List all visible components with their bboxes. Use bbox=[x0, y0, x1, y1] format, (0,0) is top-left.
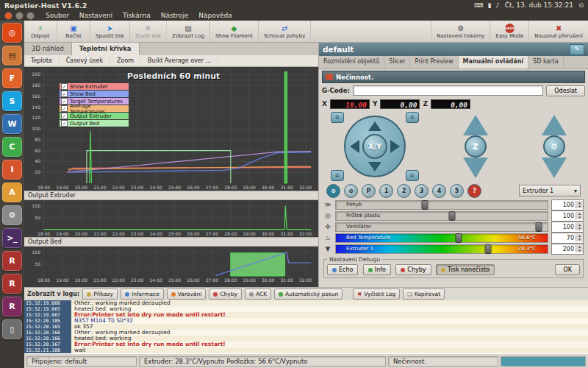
clock[interactable]: Čt, 13. dub 15:32:21 bbox=[505, 1, 573, 9]
log-filter-toggle[interactable]: Příkazy bbox=[82, 289, 118, 300]
legend-checkbox[interactable]: ✓ bbox=[61, 83, 68, 90]
extrude-button[interactable] bbox=[542, 158, 567, 178]
control-round-button[interactable]: ⊘ bbox=[344, 184, 358, 198]
slider-track[interactable]: Bed Temperature 56.6°C bbox=[335, 233, 548, 243]
slider-thumb[interactable] bbox=[421, 200, 428, 210]
graph-menu-item[interactable]: Teplota bbox=[24, 57, 60, 64]
launcher-icon[interactable]: W bbox=[2, 114, 22, 134]
toolbar-button[interactable]: ✖ Nouzové přerušení bbox=[528, 21, 588, 42]
close-button[interactable] bbox=[4, 12, 12, 20]
session-menu-icon[interactable]: ⊙ bbox=[578, 0, 584, 10]
launcher-icon[interactable]: R bbox=[2, 274, 22, 294]
slider-track[interactable]: Extruder 1 28.3°C bbox=[335, 244, 548, 254]
preview-tab[interactable]: Teplotní křivka bbox=[72, 43, 140, 55]
z-minus-button[interactable] bbox=[463, 158, 488, 178]
y-plus-button[interactable] bbox=[368, 121, 381, 131]
slider-thumb[interactable] bbox=[485, 244, 492, 254]
debug-toggle-button[interactable]: Chyby bbox=[395, 264, 431, 275]
x-minus-button[interactable] bbox=[350, 140, 359, 153]
launcher-icon[interactable]: C bbox=[2, 137, 22, 157]
control-round-button[interactable]: 5 bbox=[450, 184, 464, 198]
menu-item[interactable]: Nápověda bbox=[198, 12, 232, 19]
control-tab[interactable]: Slicer bbox=[384, 56, 410, 68]
control-round-button[interactable]: 3 bbox=[415, 184, 429, 198]
tray-icon[interactable]: ⌨ bbox=[474, 0, 483, 10]
spin-arrows[interactable]: ▴ ▾ bbox=[576, 245, 583, 252]
launcher-icon[interactable]: F bbox=[2, 68, 22, 88]
slider-track[interactable]: Průtok plastu bbox=[335, 211, 548, 221]
slider-spinbox[interactable]: 100 ▴ ▾ bbox=[551, 199, 584, 210]
log-filter-toggle[interactable]: Varování bbox=[167, 289, 207, 300]
spin-down-icon[interactable]: ▾ bbox=[576, 216, 583, 219]
retract-button[interactable] bbox=[542, 115, 567, 135]
legend-item[interactable]: ✓ Average Temperatures bbox=[60, 105, 129, 112]
spin-arrows[interactable]: ▴ ▾ bbox=[576, 223, 583, 230]
slider-spinbox[interactable]: 70 ▴ ▾ bbox=[551, 233, 584, 244]
launcher-icon[interactable]: I bbox=[2, 160, 22, 180]
toolbar-button[interactable]: ⚙ Nastavení tiskárny bbox=[431, 21, 490, 42]
debug-toggle-button[interactable]: Info bbox=[363, 264, 391, 275]
gcode-input[interactable] bbox=[353, 85, 543, 96]
control-tab[interactable]: SD karta bbox=[528, 56, 564, 68]
z-plus-button[interactable] bbox=[463, 115, 488, 135]
graph-menu-item[interactable]: Zoom bbox=[110, 57, 141, 64]
slider-spinbox[interactable]: 100 ▴ ▾ bbox=[551, 222, 584, 233]
launcher-icon[interactable]: ▤ bbox=[2, 46, 22, 66]
x-plus-button[interactable] bbox=[390, 140, 400, 153]
launcher-icon[interactable]: R bbox=[2, 251, 22, 271]
debug-toggle-button[interactable]: Tisk nanečisto bbox=[436, 264, 495, 275]
log-output[interactable]: 15:32:19.666 Other:: working marked deco… bbox=[24, 300, 588, 353]
log-filter-toggle[interactable]: Chyby bbox=[209, 289, 242, 300]
spin-down-icon[interactable]: ▾ bbox=[576, 238, 583, 241]
legend-checkbox[interactable]: ✓ bbox=[61, 98, 68, 105]
toolbar-button[interactable]: ✖ Zrušit tisk bbox=[130, 21, 167, 42]
home-x-button[interactable]: ⌂ bbox=[331, 112, 344, 123]
legend-checkbox[interactable]: ✓ bbox=[61, 113, 68, 119]
toolbar-button[interactable]: ▣ Načíst bbox=[57, 21, 90, 42]
log-action-button[interactable]: ✖ Vyčistit Log bbox=[353, 289, 400, 300]
legend-checkbox[interactable]: ✓ bbox=[61, 105, 68, 112]
send-gcode-button[interactable]: Odeslat bbox=[546, 85, 585, 96]
spin-arrows[interactable]: ▴ ▾ bbox=[576, 234, 583, 241]
launcher-icon[interactable]: >_ bbox=[2, 228, 22, 248]
spin-down-icon[interactable]: ▾ bbox=[576, 249, 583, 252]
legend-item[interactable]: ✓ Show Extruder bbox=[60, 83, 129, 90]
debug-toggle-button[interactable]: Echo bbox=[327, 264, 358, 275]
menu-item[interactable]: Nastavení bbox=[79, 12, 112, 19]
launcher-icon[interactable]: ⚙ bbox=[2, 205, 22, 225]
legend-item[interactable]: ✓ Show Bed bbox=[60, 91, 129, 97]
control-tab[interactable]: Print Preview bbox=[410, 56, 458, 68]
menu-item[interactable]: Soubor bbox=[46, 12, 69, 19]
minimize-button[interactable] bbox=[15, 12, 24, 20]
home-y-button[interactable]: ⌂ bbox=[406, 112, 419, 123]
control-round-button[interactable]: ? bbox=[467, 184, 481, 198]
debug-ok-button[interactable]: OK bbox=[555, 264, 580, 275]
log-action-button[interactable]: ❏ Kopírovat bbox=[403, 289, 445, 300]
menu-item[interactable]: Nástroje bbox=[161, 12, 189, 19]
control-round-button[interactable]: ⊙ bbox=[326, 184, 340, 198]
launcher-icon[interactable]: S bbox=[2, 91, 22, 111]
control-round-button[interactable]: 2 bbox=[397, 184, 411, 198]
slider-spinbox[interactable]: 200 ▴ ▾ bbox=[551, 244, 584, 255]
toolbar-button[interactable]: ⚡ Odpojit bbox=[24, 21, 57, 42]
spin-arrows[interactable]: ▴ ▾ bbox=[576, 212, 583, 219]
extruder-select[interactable]: Extruder 1 ▾ bbox=[519, 185, 581, 197]
control-round-button[interactable]: P bbox=[362, 184, 376, 198]
slider-thumb[interactable] bbox=[449, 211, 456, 221]
legend-item[interactable]: ✓ Output Bed bbox=[60, 120, 129, 127]
graph-menu-item[interactable]: Build Average over ... bbox=[141, 57, 218, 64]
control-round-button[interactable]: 4 bbox=[432, 184, 446, 198]
y-minus-button[interactable] bbox=[368, 162, 381, 171]
log-filter-toggle[interactable]: Informace bbox=[121, 289, 164, 300]
tray-icon[interactable]: ♪ bbox=[495, 0, 499, 10]
maximize-button[interactable] bbox=[26, 12, 35, 20]
slider-spinbox[interactable]: 100 ▴ ▾ bbox=[551, 210, 584, 222]
log-filter-toggle[interactable]: Automatický posun bbox=[274, 289, 343, 300]
toolbar-button[interactable]: ◆ Show Filament bbox=[210, 21, 259, 42]
menu-item[interactable]: Tiskárna bbox=[123, 12, 151, 19]
graph-menu-item[interactable]: Časový úsek bbox=[60, 57, 110, 64]
slider-track[interactable]: Ventilátor bbox=[335, 222, 548, 232]
legend-checkbox[interactable]: ✓ bbox=[61, 120, 68, 127]
launcher-icon[interactable]: A bbox=[2, 183, 22, 202]
edit-preset-button[interactable]: ✎ bbox=[570, 44, 584, 55]
